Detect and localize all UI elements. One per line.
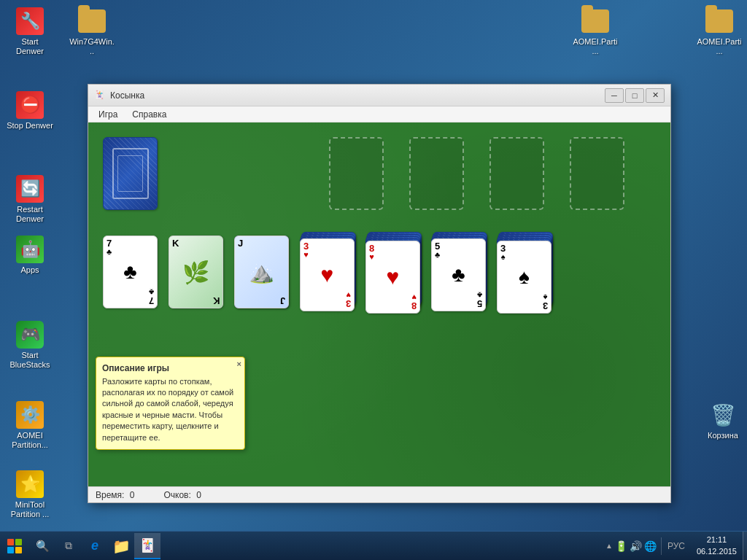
- stop-denwer-icon: ⛔: [15, 90, 44, 120]
- show-desktop-button[interactable]: [743, 532, 747, 561]
- taskbar-task-view-button[interactable]: ⧉: [55, 533, 82, 559]
- desktop-icon-aomei2[interactable]: AOMEI.Parti...: [693, 4, 746, 59]
- desktop: 🔧 Start Denwer Win7G4Win... AOMEI.Parti.…: [0, 0, 747, 560]
- window-icon: 🃏: [94, 90, 106, 101]
- minitool-icon: ⭐: [15, 470, 44, 499]
- close-button[interactable]: ✕: [646, 88, 665, 103]
- taskbar-solitaire-button[interactable]: 🃏: [134, 533, 160, 559]
- desktop-icon-win7g4win[interactable]: Win7G4Win...: [66, 4, 118, 59]
- tray-divider: [661, 537, 662, 555]
- aomei-partition-icon: ⚙️: [15, 400, 44, 429]
- card-8-hearts[interactable]: 8 ♥ ♥ 8 ♥: [365, 241, 420, 314]
- card-7-clubs[interactable]: 7 ♣ ♣ 7 ♣: [103, 236, 158, 308]
- score-value: 0: [196, 490, 201, 500]
- tray-battery-icon[interactable]: 🔋: [614, 532, 629, 561]
- game-area[interactable]: 7 ♣ ♣ 7 ♣ K 🌿: [88, 122, 670, 486]
- language-indicator[interactable]: РУС: [665, 541, 688, 551]
- card-3-spades[interactable]: 3 ♠ ♠ 3 ♠: [497, 241, 551, 314]
- desktop-icon-minitool[interactable]: ⭐ MiniTool Partition ...: [4, 467, 56, 522]
- desktop-icon-aomei1[interactable]: AOMEI.Parti...: [569, 4, 622, 59]
- maximize-button[interactable]: □: [625, 88, 644, 103]
- minimize-button[interactable]: ─: [605, 88, 624, 103]
- stock-card[interactable]: [103, 137, 158, 210]
- stop-denwer-label: Stop Denwer: [7, 121, 53, 131]
- desktop-icon-restart-denwer[interactable]: 🔄 Restart Denwer: [4, 171, 56, 227]
- desktop-icon-recycle-bin[interactable]: 🗑️ Корзина: [697, 397, 747, 443]
- start-denwer-icon: 🔧: [15, 7, 44, 36]
- solitaire-window: 🃏 Косынка ─ □ ✕ Игра Справка: [88, 84, 671, 503]
- win7g4win-label: Win7G4Win...: [69, 37, 115, 56]
- time-section: Время: 0: [96, 490, 134, 500]
- window-controls: ─ □ ✕: [605, 88, 665, 103]
- score-label: Очков:: [163, 490, 190, 500]
- window-title: Косынка: [110, 90, 605, 101]
- info-popup-close-button[interactable]: ×: [237, 359, 241, 368]
- restart-denwer-icon: 🔄: [15, 174, 44, 203]
- menu-help[interactable]: Справка: [125, 108, 174, 121]
- minitool-label: MiniTool Partition ...: [7, 500, 53, 519]
- aomei1-icon: [581, 7, 610, 36]
- card-5-clubs[interactable]: 5 ♣ ♣ 5 ♣: [431, 238, 486, 311]
- taskbar-edge-button[interactable]: e: [82, 533, 108, 559]
- taskbar: 🔍 ⧉ e 📁 🃏 ▲ 🔋 🔊 🌐 РУС 21:: [0, 531, 747, 560]
- foundation-4[interactable]: [570, 137, 624, 210]
- restart-denwer-label: Restart Denwer: [7, 205, 53, 224]
- taskbar-clock[interactable]: 21:11 06.12.2015: [691, 532, 743, 561]
- start-button[interactable]: [0, 532, 29, 561]
- clock-date: 06.12.2015: [697, 546, 737, 557]
- apps-label: Apps: [7, 265, 53, 275]
- card-jack[interactable]: J ⛰️ J: [234, 236, 289, 308]
- task-view-icon: ⧉: [65, 540, 72, 552]
- solitaire-icon: 🃏: [139, 537, 155, 553]
- card-king[interactable]: K 🌿 K: [169, 236, 223, 308]
- info-popup-text: Разложите карты по стопкам, располагая и…: [102, 376, 239, 443]
- aomei2-icon: [705, 7, 734, 36]
- foundation-1[interactable]: [329, 137, 384, 210]
- info-popup: × Описание игры Разложите карты по стопк…: [96, 357, 245, 450]
- edge-icon: e: [91, 538, 98, 553]
- apps-icon: 🤖: [15, 235, 44, 264]
- tray-chevron-icon[interactable]: ▲: [604, 542, 614, 550]
- explorer-icon: 📁: [112, 537, 131, 555]
- foundation-2[interactable]: [409, 137, 464, 210]
- system-tray: ▲ 🔋 🔊 🌐 РУС: [601, 532, 691, 561]
- time-label: Время:: [96, 490, 124, 500]
- menu-bar: Игра Справка: [88, 106, 670, 122]
- win7g4win-icon: [77, 7, 107, 36]
- desktop-icon-apps[interactable]: 🤖 Apps: [4, 232, 56, 278]
- desktop-icon-start-denwer[interactable]: 🔧 Start Denwer: [4, 4, 56, 59]
- aomei1-label: AOMEI.Parti...: [572, 37, 619, 56]
- card-3-hearts[interactable]: 3 ♥ ♥ 3 ♥: [300, 238, 355, 311]
- time-value: 0: [130, 490, 135, 500]
- taskbar-explorer-button[interactable]: 📁: [108, 533, 134, 559]
- foundation-3[interactable]: [489, 137, 544, 210]
- desktop-icon-stop-denwer[interactable]: ⛔ Stop Denwer: [4, 88, 56, 133]
- start-denwer-label: Start Denwer: [7, 37, 53, 56]
- recycle-bin-label: Корзина: [700, 431, 746, 440]
- status-bar: Время: 0 Очков: 0: [88, 486, 670, 502]
- menu-game[interactable]: Игра: [91, 108, 125, 121]
- tray-network-icon[interactable]: 🌐: [643, 532, 658, 561]
- desktop-icon-aomei-partition[interactable]: ⚙️ AOMEI Partition...: [4, 397, 56, 453]
- info-popup-title: Описание игры: [102, 363, 239, 373]
- aomei-partition-label: AOMEI Partition...: [7, 431, 53, 450]
- aomei2-label: AOMEI.Parti...: [696, 37, 743, 56]
- title-bar[interactable]: 🃏 Косынка ─ □ ✕: [88, 85, 670, 106]
- tray-volume-icon[interactable]: 🔊: [629, 532, 643, 561]
- taskbar-search-button[interactable]: 🔍: [29, 533, 55, 559]
- score-section: Очков: 0: [163, 490, 201, 500]
- bluestacks-label: Start BlueStacks: [7, 351, 53, 370]
- bluestacks-icon: 🎮: [15, 320, 44, 349]
- windows-logo-icon: [7, 539, 22, 553]
- search-icon: 🔍: [36, 540, 50, 553]
- clock-time: 21:11: [707, 534, 727, 545]
- desktop-icon-bluestacks[interactable]: 🎮 Start BlueStacks: [4, 317, 56, 373]
- recycle-bin-icon: 🗑️: [708, 400, 738, 429]
- stock-pile[interactable]: [103, 137, 158, 210]
